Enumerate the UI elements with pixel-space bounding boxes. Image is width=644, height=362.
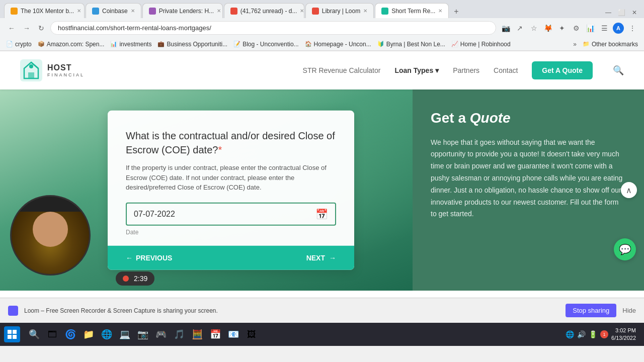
tab-close-btn[interactable]: ✕ (363, 8, 367, 14)
taskbar-search[interactable]: 🔍 (26, 326, 42, 342)
loom-icon (8, 306, 18, 316)
svg-rect-1 (28, 72, 34, 78)
calendar-icon[interactable]: 📅 (315, 208, 328, 220)
star-icon[interactable]: ☆ (528, 23, 539, 34)
bookmark-icon: 📁 (583, 41, 590, 47)
bookmark-label: Other bookmarks (592, 41, 638, 48)
toolbar-icons: 📷 ↗ ☆ 🦊 ✦ ⚙ 📊 ☰ A ⋮ (500, 23, 638, 34)
refresh-button[interactable]: ↻ (36, 22, 46, 34)
bookmark-blog[interactable]: 📝 Blog - Unconventio... (233, 41, 298, 48)
next-button[interactable]: NEXT → (306, 253, 336, 261)
bookmark-investments[interactable]: 📊 investments (110, 41, 151, 48)
bookmark-robinhood[interactable]: 📈 Home | Robinhood (451, 41, 511, 48)
tab-coinbase[interactable]: Coinbase ✕ (86, 3, 141, 18)
extension1-icon[interactable]: 🦊 (542, 23, 553, 34)
taskbar-tiktok[interactable]: 🎵 (171, 326, 187, 342)
share-icon[interactable]: ↗ (514, 23, 525, 34)
network-icon[interactable]: 🌐 (566, 330, 574, 338)
tab-close-btn[interactable]: ✕ (438, 8, 442, 14)
tab-bar: The 10X Mentor b... ✕ Coinbase ✕ Private… (0, 0, 644, 18)
extension2-icon[interactable]: ✦ (556, 23, 568, 34)
previous-button[interactable]: ← PREVIOUS (126, 253, 172, 261)
svg-rect-4 (13, 330, 17, 334)
bookmarks-more-icon[interactable]: » (573, 41, 577, 48)
maximize-button[interactable]: ⬜ (616, 7, 627, 18)
menu-contact[interactable]: Contact (494, 66, 518, 74)
back-button[interactable]: ← (6, 22, 17, 34)
search-icon[interactable]: 🔍 (613, 65, 624, 76)
bookmark-other[interactable]: 📁 Other bookmarks (583, 41, 638, 48)
svg-point-2 (29, 64, 33, 68)
taskbar-widgets[interactable]: 🗔 (44, 326, 60, 342)
taskbar-app1[interactable]: 📷 (135, 326, 151, 342)
taskbar-edge[interactable]: 🌀 (62, 326, 78, 342)
address-input[interactable] (50, 21, 496, 35)
taskbar-explorer[interactable]: 📁 (80, 326, 97, 342)
system-tray: 🌐 🔊 🔋 1 3:02 PM 6/13/2022 (561, 327, 640, 342)
tab-loom[interactable]: Library | Loom ✕ (305, 3, 374, 18)
notification-badge[interactable]: 1 (600, 330, 608, 338)
bookmark-label: Business Opportuniti... (167, 41, 227, 48)
scroll-up-button[interactable]: ∧ (621, 182, 637, 198)
tab-favicon (149, 8, 156, 15)
address-bar: ← → ↻ 📷 ↗ ☆ 🦊 ✦ ⚙ 📊 ☰ A ⋮ (0, 18, 644, 38)
tab-10x-mentor[interactable]: The 10X Mentor b... ✕ (4, 3, 85, 18)
taskbar-calendar[interactable]: 📅 (207, 326, 223, 342)
hide-button[interactable]: Hide (622, 307, 636, 314)
tab-close-btn[interactable]: ✕ (131, 8, 135, 14)
new-tab-button[interactable]: + (450, 5, 462, 18)
webcam-overlay (10, 195, 91, 276)
bookmark-label: Amazon.com: Spen... (47, 41, 105, 48)
logo-text: HOST FINANCIAL (47, 63, 85, 77)
tab-label: Private Lenders: H... (159, 8, 214, 15)
bookmark-crypto[interactable]: 📄 crypto (6, 41, 32, 48)
extension5-icon[interactable]: ☰ (599, 23, 610, 34)
form-question: What is the contractual and/or desired C… (126, 129, 336, 157)
extension3-icon[interactable]: ⚙ (571, 23, 582, 34)
tab-favicon (230, 8, 237, 15)
window-controls: — ⬜ ✕ (603, 7, 640, 18)
camera-icon[interactable]: 📷 (500, 23, 511, 34)
stop-sharing-button[interactable]: Stop sharing (566, 304, 616, 317)
tab-label: Coinbase (102, 8, 128, 15)
current-time: 3:02 PM (611, 327, 636, 334)
menu-partners[interactable]: Partners (453, 66, 479, 74)
bookmark-homepage[interactable]: 🏠 Homepage - Uncon... (305, 41, 371, 48)
close-button[interactable]: ✕ (629, 7, 640, 18)
bookmark-icon: 📈 (451, 41, 458, 47)
taskbar-mail[interactable]: 📧 (225, 326, 242, 342)
extension4-icon[interactable]: 📊 (585, 23, 596, 34)
start-button[interactable] (4, 326, 20, 342)
tab-gmail[interactable]: (41,762 unread) - d... ✕ (224, 3, 304, 18)
taskbar-vscode[interactable]: 💻 (117, 326, 133, 342)
get-quote-button[interactable]: Get A Quote (532, 61, 593, 79)
volume-icon[interactable]: 🔊 (577, 330, 586, 338)
bookmark-icon: 💼 (157, 41, 165, 47)
battery-icon[interactable]: 🔋 (589, 330, 597, 338)
menu-icon[interactable]: ⋮ (627, 23, 638, 34)
tab-close-btn[interactable]: ✕ (300, 8, 304, 14)
bookmark-icon: 🔰 (377, 41, 384, 47)
taskbar-photos[interactable]: 🖼 (244, 326, 260, 342)
tab-close-btn[interactable]: ✕ (217, 8, 221, 14)
chat-button[interactable]: 💬 (614, 238, 636, 260)
bookmark-icon: 📄 (6, 41, 13, 47)
tab-host-financial[interactable]: Short Term Re... ✕ (375, 3, 449, 18)
tab-private-lenders[interactable]: Private Lenders: H... ✕ (142, 3, 223, 18)
bookmark-amazon[interactable]: 📦 Amazon.com: Spen... (38, 41, 105, 48)
quote-body: We hope that it goes without saying that… (431, 137, 626, 221)
minimize-button[interactable]: — (603, 7, 614, 18)
menu-str-calculator[interactable]: STR Revenue Calculator (303, 66, 381, 74)
tab-close-btn[interactable]: ✕ (77, 8, 81, 14)
date-input[interactable] (134, 209, 328, 218)
taskbar-app2[interactable]: 🎮 (153, 326, 169, 342)
page-content: HOST FINANCIAL STR Revenue Calculator Lo… (0, 51, 644, 323)
taskbar-chrome[interactable]: 🌐 (99, 326, 115, 342)
bookmark-business[interactable]: 💼 Business Opportuniti... (157, 41, 227, 48)
profile-avatar[interactable]: A (613, 23, 624, 34)
hero-section: What is the contractual and/or desired C… (0, 89, 644, 291)
forward-button[interactable]: → (21, 22, 32, 34)
bookmark-byrna[interactable]: 🔰 Byrna | Best Non Le... (377, 41, 445, 48)
menu-loan-types[interactable]: Loan Types ▾ (394, 66, 439, 74)
taskbar-calc[interactable]: 🧮 (189, 326, 205, 342)
